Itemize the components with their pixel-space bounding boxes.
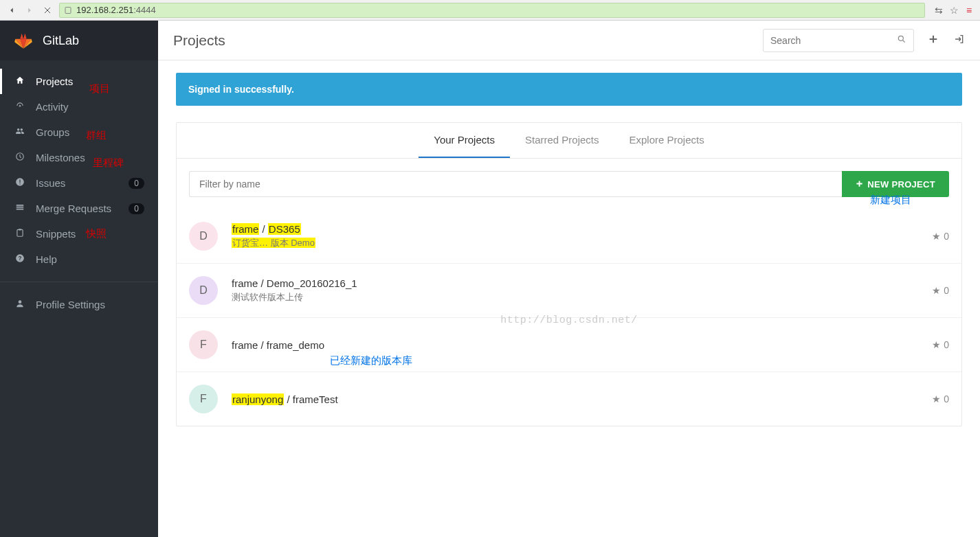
forward-button[interactable] [23, 4, 36, 16]
sidebar-label: Help [36, 253, 144, 265]
main-content: Projects Signed in successfully. [158, 21, 980, 537]
menu-icon[interactable]: ≡ [964, 5, 975, 16]
project-avatar: D [189, 276, 218, 305]
project-stars: ★0 [932, 231, 949, 242]
svg-point-10 [898, 36, 903, 41]
tab-your-projects[interactable]: Your Projects [419, 123, 510, 158]
clock-icon [14, 152, 26, 163]
new-project-button[interactable]: NEW PROJECT [842, 171, 949, 197]
star-icon: ★ [932, 285, 941, 296]
svg-rect-0 [65, 7, 71, 13]
project-row[interactable]: F ranjunyong / frameTest ★0 [177, 372, 961, 426]
sidebar: GitLab Projects 项目 Activity Groups [0, 21, 158, 537]
sidebar-item-projects[interactable]: Projects [0, 69, 158, 94]
svg-rect-5 [17, 229, 23, 236]
project-list: D frame / DS365 订货宝… 版本 Demo ★0 [177, 209, 961, 426]
url-bar[interactable]: 192.168.2.251:4444 [59, 3, 925, 18]
svg-rect-4 [19, 183, 20, 184]
issues-badge: 0 [129, 178, 144, 189]
user-icon [14, 299, 26, 310]
project-row[interactable]: F frame / frame_demo ★0 [177, 317, 961, 372]
url-port: :4444 [133, 5, 156, 15]
page-title: Projects [173, 32, 763, 49]
nav-separator [0, 282, 158, 282]
project-row[interactable]: D frame / Demo_20160216_1 测试软件版本上传 ★0 [177, 263, 961, 317]
sidebar-item-help[interactable]: ? Help [0, 247, 158, 272]
brand-name: GitLab [43, 34, 79, 48]
users-icon [14, 126, 26, 138]
star-icon: ★ [932, 339, 941, 350]
project-stars: ★0 [932, 285, 949, 296]
sidebar-label: Profile Settings [36, 299, 144, 310]
sidebar-label: Projects [36, 76, 144, 87]
svg-text:?: ? [19, 255, 22, 262]
project-name: frame / DS365 [232, 223, 918, 235]
svg-rect-6 [19, 229, 21, 230]
svg-point-9 [19, 300, 22, 304]
sidebar-item-groups[interactable]: Groups [0, 119, 158, 145]
topbar: Projects [158, 21, 980, 60]
home-icon [14, 76, 26, 87]
star-icon: ★ [932, 231, 941, 242]
sidebar-item-merge-requests[interactable]: Merge Requests 0 [0, 196, 158, 221]
svg-rect-3 [19, 180, 20, 183]
dashboard-icon [14, 101, 26, 113]
sidebar-label: Milestones [36, 152, 144, 163]
sidebar-nav: Projects 项目 Activity Groups 群组 M [0, 60, 158, 317]
exclamation-icon [14, 177, 26, 189]
new-project-label: NEW PROJECT [867, 179, 935, 190]
project-avatar: F [189, 330, 218, 359]
browser-toolbar: 192.168.2.251:4444 ⇆ ☆ ≡ [0, 0, 980, 21]
star-icon: ★ [932, 393, 941, 404]
search-icon[interactable] [897, 34, 906, 46]
mr-badge: 0 [129, 203, 144, 214]
sidebar-header: GitLab [0, 21, 158, 60]
back-button[interactable] [5, 4, 18, 16]
sidebar-label: Groups [36, 126, 144, 138]
sidebar-item-milestones[interactable]: Milestones [0, 145, 158, 170]
project-stars: ★0 [932, 393, 949, 404]
tabs: Your Projects Starred Projects Explore P… [177, 123, 961, 159]
translate-icon[interactable]: ⇆ [933, 5, 944, 16]
list-icon [14, 203, 26, 214]
project-stars: ★0 [932, 339, 949, 350]
sidebar-label: Issues [36, 177, 129, 189]
stop-button[interactable] [41, 4, 54, 16]
sidebar-item-activity[interactable]: Activity [0, 94, 158, 119]
url-host: 192.168.2.251 [76, 5, 133, 15]
filter-input[interactable] [189, 171, 842, 197]
project-description: 测试软件版本上传 [232, 291, 918, 304]
sidebar-item-issues[interactable]: Issues 0 [0, 170, 158, 196]
search-box[interactable] [763, 29, 914, 52]
gitlab-logo-icon [14, 31, 33, 50]
clipboard-icon [14, 228, 26, 240]
filter-row: NEW PROJECT [177, 159, 961, 209]
plus-icon [856, 179, 863, 190]
project-row[interactable]: D frame / DS365 订货宝… 版本 Demo ★0 [177, 209, 961, 263]
question-icon: ? [14, 253, 26, 265]
bookmark-icon[interactable]: ☆ [948, 5, 959, 16]
sidebar-label: Merge Requests [36, 203, 129, 214]
tab-starred-projects[interactable]: Starred Projects [510, 123, 614, 158]
project-name: frame / Demo_20160216_1 [232, 277, 918, 289]
project-name: ranjunyong / frameTest [232, 393, 918, 405]
project-avatar: D [189, 222, 218, 251]
sidebar-label: Activity [36, 101, 144, 113]
project-avatar: F [189, 385, 218, 413]
sign-out-icon[interactable] [954, 34, 965, 47]
project-description: 订货宝… 版本 Demo [232, 237, 918, 249]
projects-panel: Your Projects Starred Projects Explore P… [176, 122, 962, 426]
search-input[interactable] [770, 35, 897, 46]
new-plus-icon[interactable] [928, 34, 939, 47]
flash-message: Signed in successfully. [176, 73, 962, 106]
sidebar-item-snippets[interactable]: Snippets [0, 221, 158, 247]
sidebar-label: Snippets [36, 228, 144, 240]
sidebar-item-profile[interactable]: Profile Settings [0, 292, 158, 317]
project-name: frame / frame_demo [232, 339, 918, 351]
tab-explore-projects[interactable]: Explore Projects [614, 123, 720, 158]
